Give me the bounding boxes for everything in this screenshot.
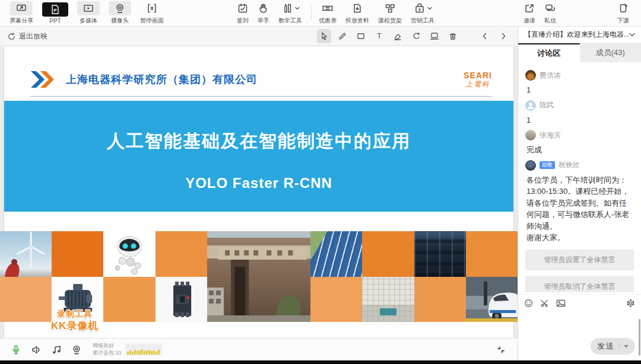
company-name: 上海电器科学研究所（集团）有限公司 xyxy=(66,72,258,87)
next-slide-button[interactable] xyxy=(496,29,510,43)
assistant-badge: 助教 xyxy=(540,161,555,170)
sidebar-tabs: 讨论区 成员(43) xyxy=(518,43,641,62)
toolbar-divider xyxy=(311,5,312,21)
camera-icon xyxy=(109,1,131,15)
marketing-tools-button[interactable]: ¥ 营销工具 xyxy=(411,1,434,25)
chat-bubbles-icon xyxy=(544,1,556,15)
sign-in-button[interactable]: 签到 xyxy=(237,1,249,25)
send-options-caret[interactable] xyxy=(624,345,629,348)
exit-slideshow-button[interactable]: 退出放映 xyxy=(7,31,47,41)
mosaic-tile-orange xyxy=(156,231,207,277)
chat-settings-button[interactable] xyxy=(626,299,635,308)
send-image-button[interactable] xyxy=(556,299,566,308)
header-divider xyxy=(30,96,492,97)
eraser-tool-button[interactable] xyxy=(391,29,405,43)
screen-share-icon xyxy=(10,1,33,15)
exit-slideshow-icon xyxy=(7,32,16,41)
send-button[interactable]: 发送 xyxy=(591,338,635,355)
chat-input-toolbar xyxy=(518,294,641,312)
mosaic-photo-switchgear-lab xyxy=(414,231,466,277)
chevron-down-icon xyxy=(629,33,635,37)
mosaic-tile-orange xyxy=(103,277,155,322)
undo-button[interactable] xyxy=(409,29,423,43)
avatar xyxy=(525,70,536,81)
mosaic-tile-orange xyxy=(0,277,52,322)
previous-slide-button[interactable] xyxy=(478,29,492,43)
speaker-button[interactable] xyxy=(28,343,44,356)
mosaic-tile-orange xyxy=(414,277,466,322)
slide-title: 人工智能基础及在智能制造中的应用 xyxy=(4,129,513,154)
text-tool-button[interactable]: T xyxy=(372,29,386,43)
tab-members[interactable]: 成员(43) xyxy=(580,43,641,62)
ppt-button[interactable]: P PPT xyxy=(42,2,68,24)
chat-sidebar: 【直播介绍】欢迎来到上海电器... 讨论区 成员(43) 费洪涛 1 xyxy=(518,27,641,360)
webcam-button[interactable] xyxy=(69,343,84,356)
screen-share-button[interactable]: 屏幕分享 xyxy=(9,1,33,25)
window-bottom-edge xyxy=(0,360,641,364)
chat-message: 张海滨 完成 xyxy=(518,126,641,156)
slide-stage: 上海电器科学研究所（集团）有限公司 SEARI 上電科 人工智能基础及在智能制造… xyxy=(0,46,518,338)
screenshot-scissors-button[interactable] xyxy=(540,299,549,308)
invite-button[interactable]: 邀请 xyxy=(523,1,535,25)
mosaic-tile-orange xyxy=(52,231,103,277)
multimedia-button[interactable]: 多媒体 xyxy=(77,1,100,25)
pointer-tool-button[interactable] xyxy=(317,29,331,43)
network-status: 网络良好 累计丢包:10 xyxy=(93,343,122,356)
coupon-button[interactable]: 优惠券 xyxy=(319,1,337,25)
collapse-panel-button[interactable] xyxy=(496,345,506,355)
background-music-button[interactable] xyxy=(49,343,64,356)
mosaic-photo-electric-car xyxy=(466,277,518,322)
seari-logo: SEARI 上電科 xyxy=(464,71,492,88)
svg-text:¥: ¥ xyxy=(418,8,421,12)
emoji-button[interactable] xyxy=(524,299,533,308)
shelf-icon xyxy=(384,1,396,15)
avatar xyxy=(525,100,536,111)
drawing-tools: T xyxy=(317,29,510,43)
live-intro-header[interactable]: 【直播介绍】欢迎来到上海电器... xyxy=(518,27,641,43)
course-shelf-button[interactable]: 课程货架 xyxy=(378,1,402,25)
svg-text:P: P xyxy=(53,7,57,12)
pen-tool-button[interactable] xyxy=(335,29,350,43)
rectangle-tool-button[interactable] xyxy=(354,29,368,43)
teaching-tools-button[interactable]: 教学工具 xyxy=(278,1,302,25)
camera-button[interactable]: 摄像头 xyxy=(109,1,131,25)
multimedia-icon xyxy=(77,1,100,15)
avatar xyxy=(525,160,536,171)
chevron-down-icon xyxy=(427,7,432,10)
svg-text:T: T xyxy=(377,32,382,40)
invite-icon xyxy=(523,1,535,15)
teaching-tools-icon xyxy=(281,1,300,15)
mosaic-tile-orange xyxy=(362,231,414,277)
chamber-table xyxy=(380,308,396,315)
chat-message-list[interactable]: 费洪涛 1 陈武 1 张海滨 完成 xyxy=(518,62,641,292)
network-sparkline xyxy=(125,344,162,356)
end-class-icon xyxy=(617,1,629,15)
raise-hand-button[interactable]: 举手 xyxy=(258,1,269,25)
tab-discussion[interactable]: 讨论区 xyxy=(518,43,580,62)
system-message: 管理员取消了全体禁言 xyxy=(525,276,634,293)
chevron-down-icon xyxy=(295,7,300,10)
private-message-button[interactable]: 私信 xyxy=(544,1,556,25)
slide-subtitle: YOLO Faster R-CNN xyxy=(4,175,513,191)
chat-message: 陈武 1 xyxy=(518,96,641,126)
slide-header: 上海电器科学研究所（集团）有限公司 SEARI 上電科 xyxy=(30,64,492,95)
send-area: 发送 xyxy=(591,338,635,355)
mosaic-photo-solar-panels xyxy=(310,231,362,277)
coupon-icon xyxy=(321,1,334,15)
bottom-status-bar: 网络良好 累计丢包:10 xyxy=(0,338,518,360)
recorder-watermark: 录制工具 KK录像机 xyxy=(51,309,99,332)
clear-all-button[interactable] xyxy=(446,29,460,43)
mosaic-photo-circuit-breaker xyxy=(156,277,207,322)
live-class-window: 屏幕分享 P PPT 多媒体 摄像头 暂停画面 xyxy=(0,0,641,364)
pause-screen-button[interactable]: 暂停画面 xyxy=(140,1,164,25)
title-banner: 人工智能基础及在智能制造中的应用 YOLO Faster R-CNN xyxy=(4,101,513,212)
distribute-materials-button[interactable]: 投放资料 xyxy=(345,1,369,25)
end-class-button[interactable]: 下课 xyxy=(617,1,629,25)
microphone-button[interactable] xyxy=(8,343,24,356)
presenter-screen-button[interactable] xyxy=(427,29,442,43)
chat-message: 助教 祝铁欣 各位学员，下午培训时间为：13:00-15:30。课程已经开始，请… xyxy=(518,156,641,244)
raise-hand-icon xyxy=(258,1,269,15)
sidebar-scrollbar[interactable] xyxy=(639,319,640,356)
presentation-area: 退出放映 T xyxy=(0,27,518,364)
chat-message: 费洪涛 1 xyxy=(518,66,641,96)
